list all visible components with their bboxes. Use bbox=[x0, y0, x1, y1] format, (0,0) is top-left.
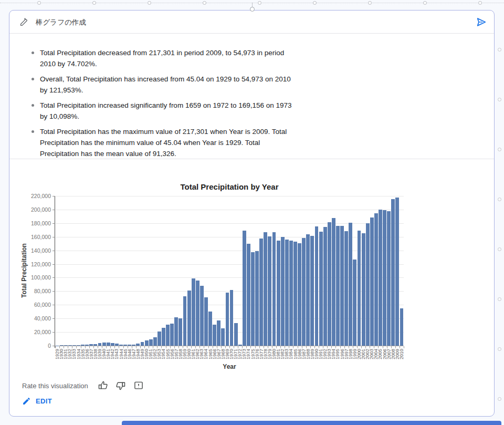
bar-1980[interactable] bbox=[272, 232, 276, 346]
bar-1953[interactable] bbox=[158, 331, 161, 346]
bar-1998[interactable] bbox=[349, 223, 352, 346]
bar-1957[interactable] bbox=[174, 317, 178, 346]
bar-1930[interactable] bbox=[60, 345, 64, 346]
bar-1996[interactable] bbox=[340, 226, 344, 346]
bar-1934[interactable] bbox=[77, 345, 80, 346]
feedback-icon[interactable] bbox=[133, 380, 144, 391]
bar-1939[interactable] bbox=[98, 343, 102, 346]
bar-1967[interactable] bbox=[217, 320, 220, 346]
thumb-down-icon[interactable] bbox=[116, 380, 126, 391]
bar-1988[interactable] bbox=[306, 234, 310, 346]
guide-handle-dot[interactable] bbox=[313, 1, 317, 5]
bar-1961[interactable] bbox=[192, 278, 195, 346]
bar-1964[interactable] bbox=[204, 297, 208, 346]
next-element-bar[interactable] bbox=[122, 421, 501, 425]
bar-1976[interactable] bbox=[255, 251, 259, 346]
bar-1982[interactable] bbox=[281, 237, 285, 346]
guide-handle-dot[interactable] bbox=[92, 1, 96, 5]
guide-handle-dot[interactable] bbox=[148, 1, 151, 5]
bar-1960[interactable] bbox=[187, 291, 191, 346]
bar-1994[interactable] bbox=[332, 218, 335, 346]
bar-1943[interactable] bbox=[115, 344, 119, 346]
bar-2005[interactable] bbox=[379, 210, 382, 346]
guide-handle-dot[interactable] bbox=[423, 1, 427, 5]
bar-2007[interactable] bbox=[387, 211, 391, 346]
guide-handle-dot[interactable] bbox=[498, 297, 501, 301]
bar-1962[interactable] bbox=[196, 281, 200, 346]
bar-1981[interactable] bbox=[277, 241, 280, 346]
guide-handle-dot[interactable] bbox=[498, 98, 501, 101]
bar-1932[interactable] bbox=[68, 345, 72, 346]
bar-1945[interactable] bbox=[123, 345, 127, 346]
bar-1940[interactable] bbox=[102, 343, 106, 346]
bar-1997[interactable] bbox=[344, 231, 348, 346]
bar-2003[interactable] bbox=[370, 217, 374, 346]
bar-1950[interactable] bbox=[145, 340, 149, 346]
bar-1966[interactable] bbox=[213, 325, 216, 346]
bar-2008[interactable] bbox=[391, 199, 395, 346]
send-icon[interactable] bbox=[476, 16, 487, 28]
bar-1971[interactable] bbox=[234, 323, 238, 346]
bar-1936[interactable] bbox=[85, 345, 89, 346]
bar-1984[interactable] bbox=[289, 241, 293, 346]
bar-1933[interactable] bbox=[72, 345, 76, 346]
bar-1956[interactable] bbox=[170, 324, 174, 346]
bar-1941[interactable] bbox=[107, 343, 110, 346]
guide-handle-dot[interactable] bbox=[203, 1, 206, 5]
bar-1947[interactable] bbox=[132, 345, 135, 346]
bar-1969[interactable] bbox=[226, 293, 229, 346]
bar-1970[interactable] bbox=[230, 290, 234, 346]
bar-2006[interactable] bbox=[383, 210, 386, 346]
guide-handle-dot[interactable] bbox=[258, 1, 261, 5]
guide-handle-dot[interactable] bbox=[498, 397, 501, 401]
thumb-up-icon[interactable] bbox=[98, 380, 108, 391]
bar-2000[interactable] bbox=[358, 231, 361, 346]
bar-1977[interactable] bbox=[259, 239, 263, 346]
resize-handle-top-center[interactable] bbox=[250, 7, 255, 12]
bar-1993[interactable] bbox=[328, 222, 331, 346]
bar-1991[interactable] bbox=[319, 232, 323, 346]
bar-2002[interactable] bbox=[366, 223, 370, 346]
bar-2010[interactable] bbox=[400, 308, 404, 346]
bar-1992[interactable] bbox=[323, 227, 327, 346]
bar-1949[interactable] bbox=[141, 342, 144, 346]
bar-1959[interactable] bbox=[183, 296, 187, 346]
bar-1985[interactable] bbox=[293, 242, 297, 346]
bar-1948[interactable] bbox=[136, 344, 140, 346]
bar-1944[interactable] bbox=[119, 345, 123, 346]
bar-1935[interactable] bbox=[81, 345, 85, 346]
bar-1975[interactable] bbox=[251, 252, 255, 346]
guide-handle-dot[interactable] bbox=[498, 198, 501, 201]
bar-1979[interactable] bbox=[268, 236, 271, 346]
bar-1931[interactable] bbox=[64, 345, 68, 346]
bar-1990[interactable] bbox=[315, 226, 319, 346]
guide-handle-dot[interactable] bbox=[498, 347, 501, 351]
guide-handle-dot[interactable] bbox=[37, 1, 41, 5]
bar-1987[interactable] bbox=[302, 238, 306, 346]
bar-1958[interactable] bbox=[178, 318, 182, 346]
bar-1973[interactable] bbox=[243, 231, 246, 346]
bar-1965[interactable] bbox=[208, 312, 212, 346]
bar-1942[interactable] bbox=[111, 343, 114, 346]
guide-handle-dot[interactable] bbox=[368, 1, 372, 5]
bar-2009[interactable] bbox=[395, 198, 399, 346]
guide-handle-dot[interactable] bbox=[498, 247, 501, 251]
bar-1972[interactable] bbox=[238, 345, 242, 346]
bar-1989[interactable] bbox=[310, 236, 314, 346]
bar-1986[interactable] bbox=[298, 243, 301, 346]
bar-1938[interactable] bbox=[93, 344, 97, 346]
bar-1963[interactable] bbox=[200, 286, 204, 346]
bar-1995[interactable] bbox=[336, 226, 340, 346]
bar-1952[interactable] bbox=[153, 337, 157, 346]
bar-2004[interactable] bbox=[374, 213, 378, 346]
bar-1937[interactable] bbox=[89, 344, 93, 346]
bar-1999[interactable] bbox=[353, 260, 356, 346]
bar-2001[interactable] bbox=[362, 233, 365, 346]
bar-1983[interactable] bbox=[285, 240, 289, 346]
bar-1978[interactable] bbox=[264, 232, 267, 346]
guide-handle-dot[interactable] bbox=[498, 148, 501, 151]
guide-handle-dot[interactable] bbox=[498, 48, 501, 51]
edit-button[interactable]: EDIT bbox=[22, 395, 52, 407]
guide-handle-dot[interactable] bbox=[478, 1, 482, 5]
bar-1968[interactable] bbox=[221, 328, 225, 346]
